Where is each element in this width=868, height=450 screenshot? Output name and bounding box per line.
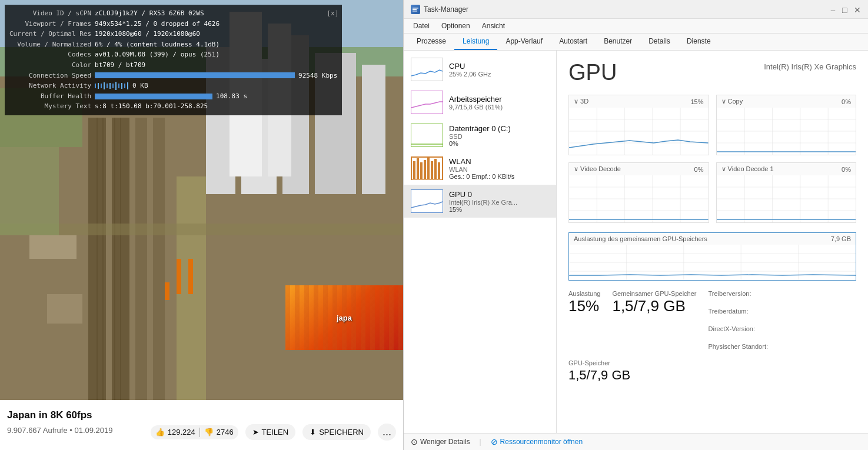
color-value: bt709 / bt709 (95, 60, 337, 71)
ressource-label: Ressourcenmonitor öffnen (500, 438, 583, 446)
wlan-bar (427, 158, 430, 179)
close-window-button[interactable]: ✕ (854, 6, 861, 13)
tab-details[interactable]: Details (640, 34, 679, 50)
viewport-label: Viewport / Frames (9, 19, 95, 29)
network-tick (127, 82, 128, 89)
color-label: Color (9, 60, 95, 71)
disk-pct: 0% (449, 140, 549, 147)
gpu-speicher-label: GPU-Speicher (568, 359, 610, 366)
treiber-stat: Treiberversion: Treiberdatum: DirectX-Ve… (709, 290, 769, 350)
conn-label: Connection Speed (9, 71, 95, 81)
view-count: 9.907.667 Aufrufe (7, 426, 68, 435)
mystery-label: Mystery Text (9, 101, 95, 112)
physisch-label: Physischer Standort: (709, 343, 769, 350)
taskmanager-icon (411, 5, 420, 14)
network-value: 0 KB (132, 81, 148, 91)
video-actions: 👍 129.224 👎 2746 ➤ TEILEN ⬇ SPEICHERN ..… (151, 424, 396, 441)
auslastung-label: Auslastung (568, 290, 600, 297)
video-background: [x] Video ID / sCPN zCLOJ9j1k2Y / RX53 6… (0, 0, 403, 400)
svg-rect-24 (47, 294, 82, 324)
more-button[interactable]: ... (378, 424, 396, 441)
menu-optionen[interactable]: Optionen (437, 20, 475, 32)
gpu-detail-panel: GPU Intel(R) Iris(R) Xe Graphics ∨ 3D 15… (557, 51, 868, 433)
taskmanager-title: Task-Manager (424, 5, 468, 14)
taskmanager-content: CPU 25% 2,06 GHz Arbeitsspeicher 9,7/15,… (404, 51, 868, 433)
share-button[interactable]: ➤ TEILEN (245, 424, 296, 440)
network-label: Network Activity (9, 81, 95, 91)
wlan-bar (424, 160, 426, 179)
svg-rect-28 (413, 9, 417, 10)
tab-bar: Prozesse Leistung App-Verlauf Autostart … (404, 34, 868, 51)
treiber-label: Treiberversion: (709, 290, 769, 297)
svg-rect-5 (135, 118, 147, 400)
gpu-graphs-grid: ∨ 3D 15% (568, 95, 856, 223)
network-tick (98, 83, 99, 89)
weniger-label: Weniger Details (420, 438, 470, 446)
share-label: TEILEN (262, 428, 289, 436)
task-manager-window: Task-Manager ‒ □ ✕ Datei Optionen Ansich… (403, 0, 868, 450)
menu-datei[interactable]: Datei (408, 20, 434, 32)
connection-speed-bar (95, 72, 295, 78)
like-button[interactable]: 👍 129.224 👎 2746 (151, 425, 238, 439)
gpu-vd-graph (569, 175, 709, 222)
tab-autostart[interactable]: Autostart (551, 34, 596, 50)
device-item-gpu[interactable]: GPU 0 Intel(R) Iris(R) Xe Gra... 15% (404, 185, 556, 218)
wlan-pct: Ges.: 0 Empf.: 0 KBit/s (449, 173, 549, 180)
save-icon: ⬇ (310, 428, 316, 436)
stats-close-button[interactable]: [x] (327, 8, 338, 19)
video-title: Japan in 8K 60fps (7, 409, 396, 421)
device-item-cpu[interactable]: CPU 25% 2,06 GHz (404, 53, 556, 86)
device-item-ram[interactable]: Arbeitsspeicher 9,7/15,8 GB (61%) (404, 86, 556, 119)
video-id-value: zCLOJ9j1k2Y / RX53 6Z6B 02WS (95, 8, 337, 19)
directx-label: DirectX-Version: (709, 325, 769, 332)
gpu-vd-chevron: ∨ Video Decode (574, 165, 621, 173)
tab-prozesse[interactable]: Prozesse (408, 34, 454, 50)
disk-sub: SSD (449, 133, 549, 140)
mystery-value: s:8 t:150.08 b:70.001-258.825 (95, 101, 337, 112)
viewport-value: 949x534*1.25 / 0 dropped of 4626 (95, 19, 337, 29)
ram-sub: 9,7/15,8 GB (61%) (449, 104, 549, 111)
maximize-button[interactable]: □ (842, 6, 849, 13)
device-item-wlan[interactable]: WLAN WLAN Ges.: 0 Empf.: 0 KBit/s (404, 152, 556, 185)
gpu-vd1-graph (717, 175, 856, 222)
ram-name: Arbeitsspeicher (449, 95, 549, 104)
wlan-bar (434, 159, 437, 179)
thumbs-up-icon: 👍 (155, 428, 165, 436)
network-tick (101, 84, 102, 88)
wlan-name: WLAN (449, 157, 549, 166)
wlan-info: WLAN WLAN Ges.: 0 Empf.: 0 KBit/s (449, 157, 549, 180)
gpu-graph-videodecode1-header: ∨ Video Decode 1 0% (717, 163, 856, 175)
gpu-3d-pct: 15% (690, 98, 703, 105)
conn-value: 92548 Kbps (298, 71, 337, 81)
gemeinsam-stat: Gemeinsamer GPU-Speicher 1,5/7,9 GB (612, 290, 696, 350)
gpu-3d-chevron: ∨ 3D (574, 98, 588, 105)
codecs-value: av01.0.09M.08 (399) / opus (251) (95, 49, 337, 60)
cpu-info: CPU 25% 2,06 GHz (449, 62, 549, 78)
minimize-button[interactable]: ‒ (830, 6, 837, 13)
tab-dienste[interactable]: Dienste (679, 34, 719, 50)
network-tick (124, 84, 125, 88)
tab-app-verlauf[interactable]: App-Verlauf (497, 34, 551, 50)
menu-ansicht[interactable]: Ansicht (477, 20, 510, 32)
suggested-thumbnail[interactable]: japa (285, 285, 403, 350)
cpu-mini-chart (411, 58, 443, 81)
gpu-copy-chevron: ∨ Copy (721, 98, 743, 105)
action-separator (199, 428, 200, 437)
gpu-graph-videodecode-header: ∨ Video Decode 0% (569, 163, 709, 175)
device-item-disk[interactable]: Datenträger 0 (C:) SSD 0% (404, 119, 556, 152)
tab-leistung[interactable]: Leistung (454, 34, 497, 50)
taskmanager-titlebar: Task-Manager ‒ □ ✕ (404, 0, 868, 19)
disk-name: Datenträger 0 (C:) (449, 124, 549, 133)
svg-rect-30 (411, 58, 443, 81)
network-tick (95, 84, 96, 88)
svg-rect-21 (188, 259, 193, 294)
gpu-bottom-stats: Auslastung 15% Gemeinsamer GPU-Speicher … (568, 290, 856, 350)
weniger-details-button[interactable]: ⊙ Weniger Details (411, 437, 470, 446)
save-button[interactable]: ⬇ SPEICHERN (302, 424, 371, 440)
tab-benutzer[interactable]: Benutzer (596, 34, 640, 50)
volume-label: Volume / Normalized (9, 39, 95, 50)
device-list: CPU 25% 2,06 GHz Arbeitsspeicher 9,7/15,… (404, 51, 557, 433)
ressourcenmonitor-button[interactable]: ⊘ Ressourcenmonitor öffnen (491, 437, 583, 446)
buffer-health-bar (95, 94, 212, 99)
ram-mini-chart (411, 91, 443, 114)
